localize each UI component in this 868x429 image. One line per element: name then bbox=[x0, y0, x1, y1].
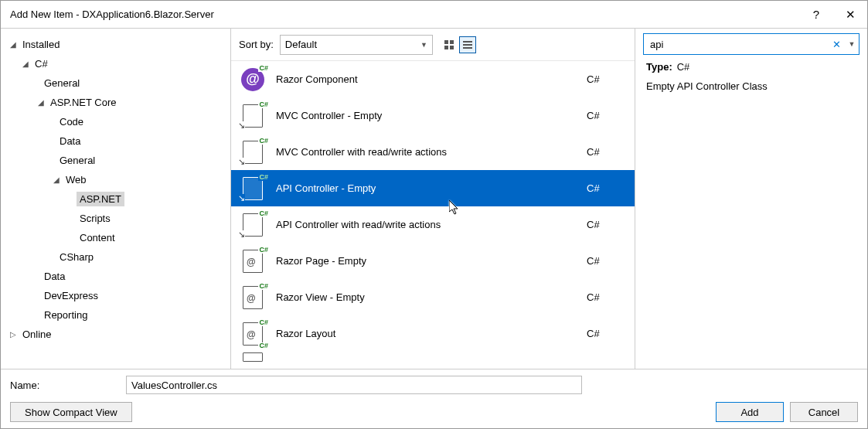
template-name: Razor Layout bbox=[276, 328, 576, 339]
template-icon: @C# bbox=[240, 285, 265, 310]
template-item[interactable]: @C#Razor View - EmptyC# bbox=[231, 279, 635, 315]
template-item[interactable]: C#↘MVC Controller - EmptyC# bbox=[231, 97, 635, 134]
view-list-button[interactable] bbox=[459, 36, 476, 53]
details-type-label: Type: bbox=[646, 61, 672, 73]
chevron-down-icon: ◢ bbox=[35, 97, 47, 109]
tree-item-aspnetcore[interactable]: ◢ASP.NET Core bbox=[1, 93, 230, 112]
tree-item-devexpress[interactable]: DevExpress bbox=[1, 286, 230, 305]
template-language: C# bbox=[587, 255, 625, 267]
template-icon: C# bbox=[240, 345, 265, 369]
template-icon: C#↘ bbox=[240, 104, 265, 128]
template-list[interactable]: @C#Razor ComponentC#C#↘MVC Controller - … bbox=[231, 61, 635, 369]
chevron-down-icon: ◢ bbox=[50, 174, 63, 186]
category-tree: ◢Installed ◢C# General ◢ASP.NET Core Cod… bbox=[1, 29, 231, 369]
tree-item-installed[interactable]: ◢Installed bbox=[1, 35, 230, 54]
template-panel: Sort by: Default ▼ @C#Razor ComponentC#C… bbox=[231, 29, 635, 369]
content-area: ◢Installed ◢C# General ◢ASP.NET Core Cod… bbox=[1, 29, 867, 369]
tree-item-csharp2[interactable]: CSharp bbox=[1, 247, 230, 267]
window-title: Add New Item - DXApplication6.Blazor.Ser… bbox=[1, 9, 799, 20]
tree-item-data2[interactable]: Data bbox=[1, 267, 230, 286]
template-language: C# bbox=[587, 110, 625, 121]
template-language: C# bbox=[587, 328, 625, 339]
tree-item-aspnet[interactable]: ASP.NET bbox=[1, 189, 230, 209]
template-toolbar: Sort by: Default ▼ bbox=[231, 29, 635, 61]
template-language: C# bbox=[587, 219, 625, 230]
search-input[interactable] bbox=[644, 34, 828, 54]
chevron-down-icon: ▼ bbox=[420, 41, 427, 49]
tree-item-general2[interactable]: General bbox=[1, 151, 230, 170]
add-new-item-dialog: Add New Item - DXApplication6.Blazor.Ser… bbox=[0, 0, 868, 429]
view-mode-group bbox=[441, 36, 476, 53]
help-button[interactable]: ? bbox=[799, 1, 833, 29]
tree-item-code[interactable]: Code bbox=[1, 112, 230, 131]
close-button[interactable]: ✕ bbox=[833, 1, 867, 29]
tree-item-reporting[interactable]: Reporting bbox=[1, 305, 230, 325]
tree-item-web[interactable]: ◢Web bbox=[1, 170, 230, 189]
template-icon: C#↘ bbox=[240, 176, 265, 201]
template-name: Razor View - Empty bbox=[276, 291, 576, 303]
search-box[interactable]: ✕ ▼ bbox=[643, 33, 859, 55]
grid-icon bbox=[444, 40, 454, 49]
template-item[interactable]: C#↘MVC Controller with read/write action… bbox=[231, 134, 635, 170]
template-name: MVC Controller with read/write actions bbox=[276, 146, 576, 158]
chevron-down-icon: ◢ bbox=[7, 39, 19, 51]
clear-search-button[interactable]: ✕ bbox=[828, 39, 845, 50]
cancel-button[interactable]: Cancel bbox=[790, 402, 858, 422]
footer: Name: Show Compact View Add Cancel bbox=[1, 369, 867, 428]
template-icon: @C# bbox=[240, 67, 265, 92]
name-label: Name: bbox=[10, 380, 118, 391]
button-row: Show Compact View Add Cancel bbox=[10, 402, 858, 422]
template-language: C# bbox=[587, 73, 625, 85]
details-description: Empty API Controller Class bbox=[646, 80, 856, 92]
template-name: Razor Component bbox=[276, 73, 576, 85]
template-item[interactable]: C#↘API Controller with read/write action… bbox=[231, 206, 635, 243]
template-item[interactable]: @C#Razor ComponentC# bbox=[231, 61, 635, 97]
tree-item-online[interactable]: ▷Online bbox=[1, 325, 230, 344]
template-item[interactable]: C# bbox=[231, 352, 635, 363]
template-icon: @C# bbox=[240, 249, 265, 274]
template-language: C# bbox=[587, 182, 625, 194]
template-language: C# bbox=[587, 291, 625, 303]
template-language: C# bbox=[587, 146, 625, 158]
template-name: Razor Page - Empty bbox=[276, 255, 576, 267]
list-icon bbox=[463, 41, 472, 49]
tree-item-csharp[interactable]: ◢C# bbox=[1, 54, 230, 73]
details-body: Type: C# Empty API Controller Class bbox=[643, 61, 859, 92]
tree-item-content[interactable]: Content bbox=[1, 228, 230, 247]
tree-item-general[interactable]: General bbox=[1, 73, 230, 93]
template-item[interactable]: @C#Razor Page - EmptyC# bbox=[231, 243, 635, 279]
name-input[interactable] bbox=[126, 376, 582, 394]
chevron-right-icon: ▷ bbox=[7, 329, 19, 341]
template-item[interactable]: C#↘API Controller - EmptyC# bbox=[231, 170, 635, 206]
template-name: MVC Controller - Empty bbox=[276, 110, 576, 121]
name-row: Name: bbox=[10, 376, 858, 394]
add-button[interactable]: Add bbox=[716, 402, 784, 422]
view-grid-button[interactable] bbox=[441, 36, 458, 53]
template-name: API Controller - Empty bbox=[276, 182, 576, 194]
details-type-value: C# bbox=[677, 61, 690, 73]
template-icon: C#↘ bbox=[240, 140, 265, 165]
show-compact-view-button[interactable]: Show Compact View bbox=[10, 402, 132, 422]
tree-item-data[interactable]: Data bbox=[1, 131, 230, 151]
template-item[interactable]: @C#Razor LayoutC# bbox=[231, 315, 635, 352]
tree-item-scripts[interactable]: Scripts bbox=[1, 209, 230, 228]
titlebar: Add New Item - DXApplication6.Blazor.Ser… bbox=[1, 1, 867, 29]
sort-by-value: Default bbox=[285, 39, 317, 50]
template-name: API Controller with read/write actions bbox=[276, 219, 576, 230]
details-panel: ✕ ▼ Type: C# Empty API Controller Class bbox=[635, 29, 867, 369]
sort-by-label: Sort by: bbox=[239, 39, 274, 50]
sort-by-dropdown[interactable]: Default ▼ bbox=[280, 35, 433, 55]
details-type-row: Type: C# bbox=[646, 61, 856, 73]
template-icon: C#↘ bbox=[240, 213, 265, 237]
search-dropdown-button[interactable]: ▼ bbox=[845, 40, 859, 48]
chevron-down-icon: ◢ bbox=[19, 58, 32, 70]
